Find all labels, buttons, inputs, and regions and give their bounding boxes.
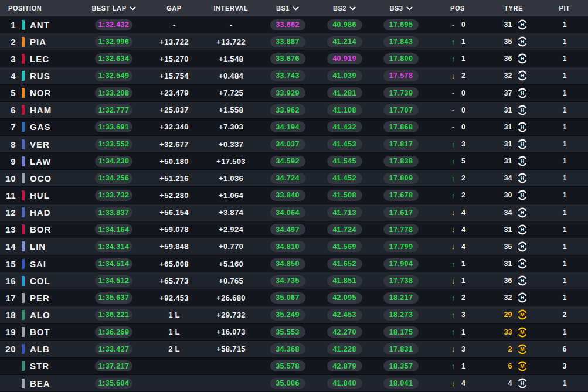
sector3-value: 17.817 xyxy=(389,140,413,148)
sector1-value: 35.578 xyxy=(276,362,300,370)
timing-row[interactable]: 20 ALB 1:33.427 2 L +58.715 34.368 41.22… xyxy=(0,341,588,358)
header-bs1[interactable]: BS1 xyxy=(259,5,316,12)
sector2-value: 41.453 xyxy=(332,140,356,148)
timing-row[interactable]: 3 LEC 1:32.634 +15.270 +1.548 33.676 40.… xyxy=(0,50,588,67)
best-lap-pill: 1:32.777 xyxy=(95,104,132,115)
driver-cell: GAS xyxy=(20,119,82,135)
sector1-value: 34.497 xyxy=(276,226,300,234)
position-change: ↑ 1 xyxy=(429,362,486,370)
sector3-value: 17.778 xyxy=(389,226,413,234)
timing-row[interactable]: BEA 1:35.604 35.006 41.840 18.041 ↓ 4 4 … xyxy=(0,375,588,392)
sector1-pill: 35.006 xyxy=(270,378,305,389)
timing-row[interactable]: 8 VER 1:33.552 +32.677 +0.337 34.037 41.… xyxy=(0,136,588,153)
tyre-cell: 31 H xyxy=(486,138,541,150)
tyre-cell: 33 M xyxy=(486,326,541,338)
tyre-laps: 37 xyxy=(499,89,512,97)
gap-value: +32.677 xyxy=(159,140,188,149)
position-number: 15 xyxy=(0,259,20,269)
timing-row[interactable]: 13 BOR 1:34.164 +59.078 +2.924 34.497 41… xyxy=(0,221,588,238)
gap-value: +92.453 xyxy=(159,294,188,302)
sector1-value: 33.962 xyxy=(276,106,300,114)
pit-count: 2 xyxy=(541,311,588,319)
tyre-cell: 31 H xyxy=(486,258,541,270)
tyre-laps: 31 xyxy=(499,21,512,29)
sector2-value: 41.569 xyxy=(332,243,356,251)
position-number: 16 xyxy=(0,276,20,286)
gap-value: +52.280 xyxy=(159,191,188,200)
timing-row[interactable]: 16 COL 1:34.512 +65.773 +0.765 34.735 41… xyxy=(0,272,588,289)
sector2-value: 41.713 xyxy=(332,209,356,217)
position-change-value: 4 xyxy=(461,226,465,234)
header-best-lap[interactable]: BEST LAP xyxy=(82,5,145,12)
interval-value: +1.036 xyxy=(219,174,243,183)
position-change-arrow: - xyxy=(450,21,457,29)
timing-row[interactable]: 1 ANT 1:32.432 - - 33.662 40.986 17.695 … xyxy=(0,16,588,33)
timing-row[interactable]: 17 PER 1:35.637 +92.453 +26.680 35.067 4… xyxy=(0,289,588,306)
best-lap-value: 1:36.269 xyxy=(98,328,130,336)
sector1-value: 34.194 xyxy=(276,123,300,131)
best-lap-pill: 1:36.269 xyxy=(95,326,132,338)
timing-row[interactable]: 9 LAW 1:34.230 +50.180 +17.503 34.592 41… xyxy=(0,153,588,170)
position-change: ↓ 4 xyxy=(429,242,486,251)
pit-count: 1 xyxy=(541,157,588,165)
timing-row[interactable]: 15 SAI 1:34.514 +65.008 +5.160 34.850 41… xyxy=(0,255,588,272)
sector1-value: 35.006 xyxy=(276,379,300,387)
position-number: 7 xyxy=(0,122,20,132)
pit-count: 1 xyxy=(541,123,588,131)
timing-row[interactable]: 5 NOR 1:33.208 +23.479 +7.725 33.929 41.… xyxy=(0,85,588,102)
best-lap-value: 1:33.837 xyxy=(98,209,130,217)
timing-row[interactable]: 14 LIN 1:34.314 +59.848 +0.770 34.810 41… xyxy=(0,238,588,255)
position-change-arrow: ↑ xyxy=(450,191,457,200)
position-change-value: 2 xyxy=(461,71,465,80)
sector2-value: 41.108 xyxy=(332,106,356,114)
header-bs3[interactable]: BS3 xyxy=(373,5,429,12)
timing-row[interactable]: 2 PIA 1:32.996 +13.722 +13.722 33.887 41… xyxy=(0,33,588,50)
driver-code: BEA xyxy=(30,379,50,388)
tyre-cell: 34 H xyxy=(486,207,541,219)
timing-row[interactable]: 12 HAD 1:33.837 +56.154 +3.874 34.064 41… xyxy=(0,204,588,221)
header-best-lap-label: BEST LAP xyxy=(91,5,126,12)
sector3-pill: 18.357 xyxy=(383,360,419,371)
pit-count: 1 xyxy=(541,140,588,148)
best-lap-pill: 1:34.314 xyxy=(95,241,132,252)
position-change-arrow: ↓ xyxy=(450,277,457,285)
sector2-pill: 40.986 xyxy=(327,19,362,30)
tyre-compound-icon: H xyxy=(516,70,528,81)
pit-count: 1 xyxy=(541,294,588,302)
position-change: ↑ 2 xyxy=(429,174,486,183)
timing-row[interactable]: 10 OCO 1:34.256 +51.216 +1.036 34.724 41… xyxy=(0,170,588,187)
position-number: 19 xyxy=(0,327,20,337)
tyre-compound-icon: H xyxy=(516,121,528,133)
sector3-value: 17.904 xyxy=(389,260,413,268)
position-change-value: 1 xyxy=(461,277,465,285)
tyre-compound-icon: H xyxy=(516,275,528,287)
best-lap-pill: 1:34.256 xyxy=(95,173,132,184)
position-change-arrow: ↑ xyxy=(450,174,457,183)
driver-cell: HUL xyxy=(20,187,82,203)
tyre-cell: 36 H xyxy=(486,275,541,287)
position-number: 14 xyxy=(0,241,20,251)
tyre-compound-icon: H xyxy=(516,258,528,270)
sector3-pill: 18.041 xyxy=(383,378,419,389)
timing-row[interactable]: 11 HUL 1:33.732 +52.280 +1.064 33.840 41… xyxy=(0,187,588,204)
pit-count: 3 xyxy=(541,362,588,370)
timing-row[interactable]: 19 BOT 1:36.269 1 L +16.073 35.553 42.27… xyxy=(0,324,588,341)
timing-row[interactable]: 4 RUS 1:32.549 +15.754 +0.484 33.743 41.… xyxy=(0,67,588,84)
tyre-cell: 34 H xyxy=(486,172,541,184)
position-change-arrow: ↑ xyxy=(450,140,457,149)
header-bs2[interactable]: BS2 xyxy=(316,5,373,12)
timing-row[interactable]: 18 ALO 1:36.221 1 L +29.732 35.249 42.45… xyxy=(0,306,588,323)
position-change-arrow: ↓ xyxy=(450,225,457,234)
chevron-down-icon xyxy=(349,6,356,11)
tyre-cell: 35 H xyxy=(486,241,541,253)
tyre-cell: 31 H xyxy=(486,104,541,116)
team-color-bar xyxy=(22,276,25,286)
best-lap-pill: 1:34.512 xyxy=(95,275,132,287)
timing-row[interactable]: 6 HAM 1:32.777 +25.037 +1.558 33.962 41.… xyxy=(0,102,588,119)
best-lap-value: 1:34.256 xyxy=(98,174,130,182)
position-number: 3 xyxy=(0,54,20,64)
sector2-value: 40.986 xyxy=(332,21,356,29)
driver-code: BOT xyxy=(30,327,50,337)
timing-row[interactable]: 7 GAS 1:33.691 +32.340 +7.303 34.194 41.… xyxy=(0,119,588,136)
timing-row[interactable]: STR 1:37.217 35.578 42.879 18.357 ↑ 1 6 … xyxy=(0,358,588,375)
